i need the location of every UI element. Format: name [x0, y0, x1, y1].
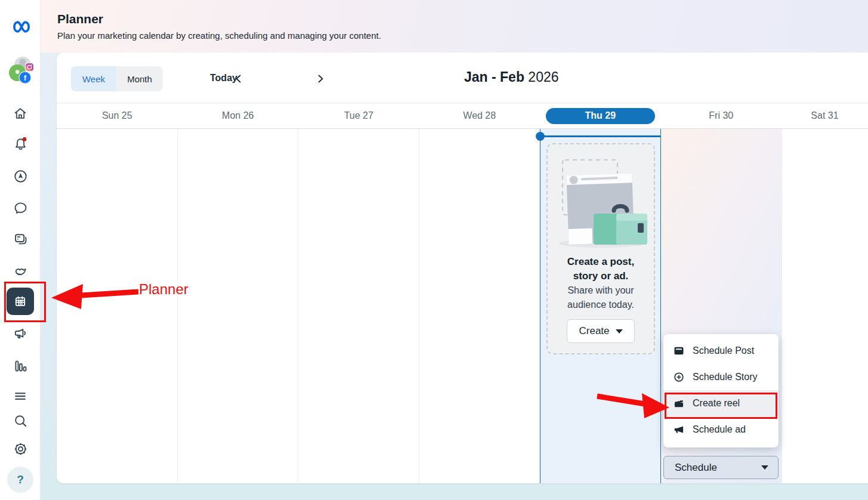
page-title: Planner	[57, 12, 103, 26]
view-toggle: Week Month	[71, 66, 163, 91]
date-range-title: Jan - Feb 2026	[464, 69, 559, 85]
day-header-tue[interactable]: Tue 27	[298, 103, 419, 128]
sidebar-item-insights[interactable]	[0, 357, 41, 374]
day-header-fri[interactable]: Fri 30	[661, 103, 782, 128]
sidebar-item-all-tools[interactable]	[0, 388, 41, 404]
chevron-down-icon	[761, 465, 768, 470]
selected-day-pill[interactable]: Thu 29	[546, 108, 655, 124]
date-range-year: 2026	[528, 69, 558, 85]
page-subtitle: Plan your marketing calendar by creating…	[57, 30, 381, 41]
sidebar-item-inbox[interactable]	[0, 199, 41, 216]
day-column-sat[interactable]	[781, 129, 868, 483]
menu-item-create-reel[interactable]: Create reel	[663, 390, 779, 416]
day-header-sun[interactable]: Sun 25	[57, 103, 178, 128]
calendar-icon	[13, 294, 27, 308]
week-tab[interactable]: Week	[71, 66, 116, 91]
meta-logo[interactable]	[0, 16, 41, 38]
day-column-wed[interactable]	[419, 129, 540, 483]
menu-item-schedule-post[interactable]: Schedule Post	[663, 338, 779, 364]
gear-icon	[13, 441, 29, 457]
search-icon	[13, 413, 29, 429]
help-icon: ?	[7, 467, 33, 493]
bar-chart-icon	[13, 358, 29, 374]
sidebar-item-engagement[interactable]	[0, 262, 41, 279]
day-column-sun[interactable]	[57, 129, 178, 483]
story-icon	[673, 371, 685, 383]
ad-icon	[673, 424, 685, 436]
menu-item-schedule-ad[interactable]: Schedule ad	[663, 416, 779, 443]
sidebar-nav: f	[0, 0, 41, 500]
next-week-button[interactable]	[310, 68, 331, 89]
compass-icon	[13, 168, 29, 184]
chevron-down-icon	[616, 329, 623, 334]
bell-icon	[13, 136, 29, 152]
sidebar-item-notifications[interactable]	[0, 135, 41, 152]
sidebar-item-planner[interactable]	[0, 288, 41, 315]
day-column-mon[interactable]	[178, 129, 299, 483]
day-column-thu-selected[interactable]: Create a post, story or ad. Share with y…	[540, 129, 661, 483]
sidebar-item-marketing[interactable]	[0, 168, 41, 184]
day-header-thu[interactable]: Thu 29	[540, 103, 661, 128]
notification-dot	[22, 137, 26, 141]
schedule-button[interactable]: Schedule	[663, 456, 779, 479]
create-card-title: Create a post, story or ad.	[548, 255, 654, 283]
avatar-icon: f	[6, 55, 35, 85]
month-tab[interactable]: Month	[116, 66, 163, 91]
sidebar-item-content[interactable]	[0, 230, 41, 247]
business-avatar[interactable]: f	[0, 55, 41, 85]
day-header-mon[interactable]: Mon 26	[178, 103, 299, 128]
today-button[interactable]: Today	[210, 73, 237, 84]
date-range-months: Jan - Feb	[464, 69, 524, 85]
create-dropdown-menu: Schedule Post Schedule Story Create reel…	[663, 334, 779, 447]
post-icon	[673, 345, 685, 357]
meta-logo-icon	[8, 17, 33, 36]
current-time-line	[540, 135, 662, 137]
create-card-subtitle: Share with your audience today.	[548, 283, 654, 312]
reel-icon	[673, 397, 685, 409]
current-time-dot	[536, 132, 545, 141]
day-header-sat[interactable]: Sat 31	[781, 103, 868, 128]
sidebar-item-help[interactable]: ?	[0, 467, 41, 493]
post-toolbox-illustration	[554, 149, 650, 252]
chat-bubble-icon	[13, 200, 29, 216]
day-header-wed[interactable]: Wed 28	[419, 103, 540, 128]
home-icon	[13, 106, 28, 121]
sidebar-item-settings[interactable]	[0, 440, 41, 457]
hand-gesture-icon	[13, 263, 29, 279]
create-placeholder-card: Create a post, story or ad. Share with y…	[546, 143, 655, 354]
content-icon	[13, 231, 29, 247]
sidebar-item-search[interactable]	[0, 412, 41, 429]
menu-item-schedule-story[interactable]: Schedule Story	[663, 364, 779, 390]
day-header-row: Sun 25 Mon 26 Tue 27 Wed 28 Thu 29 Fri 3…	[57, 103, 868, 129]
top-banner: Planner Plan your marketing calendar by …	[41, 0, 868, 53]
planner-selected-tile	[7, 288, 34, 315]
day-column-tue[interactable]	[298, 129, 419, 483]
annotation-planner-label: Planner	[139, 281, 189, 298]
megaphone-icon	[13, 326, 29, 342]
hamburger-menu-icon	[13, 388, 28, 404]
create-button[interactable]: Create	[567, 319, 635, 343]
sidebar-item-ads[interactable]	[0, 325, 41, 342]
sidebar-item-home[interactable]	[0, 105, 41, 122]
